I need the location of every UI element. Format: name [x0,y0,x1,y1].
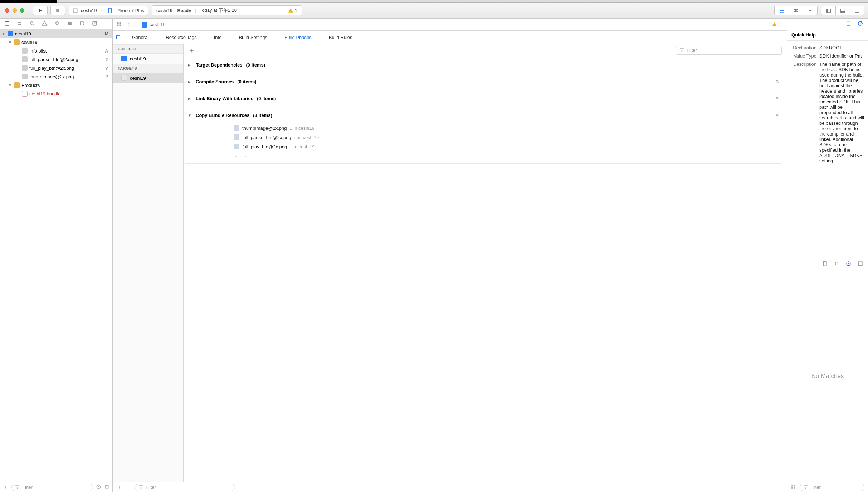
code-snippet-library-icon[interactable] [834,261,839,267]
phase-header[interactable]: ▶ Link Binary With Libraries (0 items) × [185,90,781,107]
debug-navigator-icon[interactable] [67,21,72,27]
standard-editor-button[interactable] [774,6,789,15]
tab-build-rules[interactable]: Build Rules [320,31,361,44]
stop-button[interactable] [50,6,65,15]
file-icon [22,48,28,54]
svg-rect-8 [841,11,845,12]
test-navigator-icon[interactable] [54,21,60,27]
jumpbar-back-button[interactable]: 〈 [125,21,130,28]
tab-resource-tags[interactable]: Resource Tags [157,31,205,44]
remove-file-button[interactable]: － [243,153,248,160]
tab-general[interactable]: General [123,31,157,44]
svg-rect-19 [117,24,118,26]
disclosure-icon[interactable]: ▼ [1,32,6,36]
find-navigator-icon[interactable] [29,21,35,27]
remove-phase-button[interactable]: × [776,95,781,102]
remove-target-button[interactable]: － [126,483,131,491]
products-group-row[interactable]: ▼ Products [0,81,112,89]
svg-rect-2 [108,8,112,13]
svg-rect-11 [18,22,21,23]
disclosure-icon[interactable]: ▼ [8,83,12,87]
phase-header[interactable]: ▼ Copy Bundle Resources (3 items) × [185,107,781,123]
file-row[interactable]: full_play_btn@2x.png ? [0,64,112,72]
group-row[interactable]: ▼ ceshi19 [0,38,112,46]
phase-file-row[interactable]: thumbImage@2x.png ...in ceshi19 [234,123,781,133]
file-inspector-icon[interactable] [846,21,851,27]
jumpbar-crumb-label: ceshi19 [150,22,166,27]
arrows-icon [808,8,813,13]
object-library-icon[interactable] [846,261,851,267]
file-row[interactable]: full_pause_btn@2x.png ? [0,55,112,64]
file-template-library-icon[interactable] [822,261,828,267]
library-view-mode-icon[interactable] [791,484,796,491]
jumpbar-related-icon[interactable] [116,21,122,28]
disclosure-icon[interactable]: ▶ [188,97,192,100]
target-list-item[interactable]: ceshi19 [113,73,183,83]
phase-header[interactable]: ▶ Target Dependencies (0 items) [185,56,781,73]
navigator-selector-bar [0,19,112,29]
product-row[interactable]: ceshi19.bundle [0,89,112,98]
scm-filter-button[interactable] [104,484,109,491]
assistant-editor-button[interactable] [789,6,803,15]
jumpbar-crumb[interactable]: ceshi19 [142,22,166,28]
phases-filter-input[interactable]: Filter [676,46,782,55]
tab-info[interactable]: Info [205,31,230,44]
toggle-utilities-button[interactable] [850,6,864,15]
jump-bar: 〈 〉 ceshi19 〈 〉 [113,19,787,31]
minimize-window-button[interactable] [13,8,17,13]
add-phase-button[interactable]: ＋ [189,46,195,55]
jumpbar-prev-issue[interactable]: 〈 [766,21,770,28]
add-file-button[interactable]: ＋ [234,153,238,160]
add-target-button[interactable]: ＋ [116,483,122,491]
close-window-button[interactable] [5,8,9,13]
quick-help-inspector-icon[interactable]: ? [858,21,863,27]
disclosure-icon[interactable]: ▼ [8,40,12,44]
remove-phase-button[interactable]: × [776,112,781,118]
inspector-selector-bar: ? [787,19,868,29]
zoom-window-button[interactable] [20,8,24,13]
rings-icon [793,8,799,13]
phase-header[interactable]: ▶ Compile Sources (0 items) × [185,73,781,90]
run-button[interactable] [33,6,48,15]
version-editor-button[interactable] [803,6,818,15]
project-root-row[interactable]: ▼ ceshi19 M [0,29,112,38]
issue-navigator-icon[interactable] [42,21,47,27]
quick-help-body: DeclarationSDKROOT Value TypeSDK Identif… [787,41,868,259]
project-tree: ▼ ceshi19 M ▼ ceshi19 Info.plist A full_… [0,29,112,482]
library-no-matches: No Matches [787,270,868,482]
recent-filter-button[interactable] [96,484,101,491]
media-library-icon[interactable] [858,261,863,267]
phase-file-row[interactable]: full_play_btn@2x.png ...in ceshi19 [234,142,781,151]
file-row[interactable]: thumbImage@2x.png ? [0,72,112,81]
toggle-navigator-button[interactable] [821,6,835,15]
report-navigator-icon[interactable] [92,21,97,27]
remove-phase-button[interactable]: × [776,78,781,85]
editor-filter-input[interactable]: Filter [135,484,235,491]
stop-icon [55,8,60,13]
product-label: ceshi19.bundle [29,91,104,97]
outline-toggle-button[interactable] [113,31,123,44]
scm-status: ? [104,57,109,62]
activity-warnings[interactable]: 1 [288,8,297,13]
scheme-selector[interactable]: ceshi19 〉 iPhone 7 Plus [69,6,148,15]
svg-rect-14 [93,21,97,25]
jumpbar-forward-button[interactable]: 〉 [133,21,138,28]
add-button[interactable]: ＋ [3,483,9,491]
jumpbar-next-issue[interactable]: 〉 [779,21,783,28]
project-navigator-icon[interactable] [4,21,10,27]
symbol-navigator-icon[interactable] [17,21,22,27]
disclosure-icon[interactable]: ▶ [188,80,192,84]
tab-build-phases[interactable]: Build Phases [276,31,320,44]
toggle-debug-area-button[interactable] [835,6,850,15]
tab-build-settings[interactable]: Build Settings [230,31,276,44]
breakpoint-navigator-icon[interactable] [79,21,85,27]
project-list-item[interactable]: ceshi19 [113,54,183,64]
disclosure-icon[interactable]: ▼ [188,113,192,117]
phase-file-row[interactable]: full_pause_btn@2x.png ...in ceshi19 [234,133,781,142]
navigator-filter-input[interactable]: Filter [11,484,93,491]
targets-section-header: TARGETS [113,64,183,73]
file-row[interactable]: Info.plist A [0,46,112,55]
library-filter-input[interactable]: Filter [800,484,864,491]
disclosure-icon[interactable]: ▶ [188,63,192,67]
qh-description-value: The name or path of the base SDK being u… [819,62,864,163]
